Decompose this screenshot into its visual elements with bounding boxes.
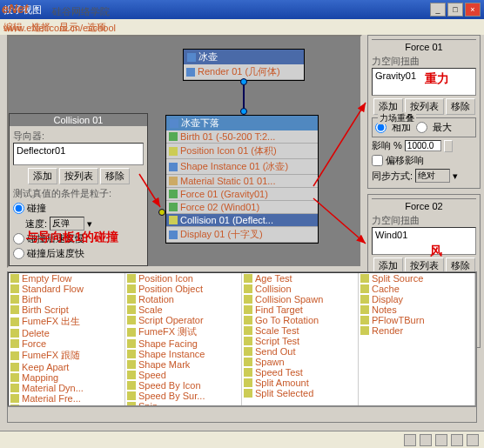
depot-item[interactable]: Mapping <box>9 372 124 383</box>
depot-item[interactable]: Delete <box>9 328 124 338</box>
event-node[interactable]: 冰壶下落 Birth 01 (-50-200 T:2...Position Ic… <box>165 115 319 244</box>
depot-item[interactable]: Force <box>9 338 124 349</box>
f1-offset[interactable] <box>372 155 383 166</box>
depot-item[interactable]: Material Fre... <box>9 393 124 404</box>
event-node-header[interactable]: 冰壶下落 <box>166 116 318 130</box>
f1-sync[interactable]: 绝对 <box>415 169 450 183</box>
depot-item[interactable]: Empty Flow <box>9 273 124 284</box>
depot-item[interactable]: Position Object <box>125 284 241 294</box>
depot-item[interactable]: Scale <box>125 304 241 315</box>
event-row[interactable]: Collision 01 (Deflect... <box>166 214 318 227</box>
depot-item[interactable]: Find Target <box>242 304 358 315</box>
region-icon[interactable] <box>467 434 479 446</box>
depot-item[interactable]: FumeFX 跟随 <box>9 349 124 362</box>
opt-slow[interactable] <box>13 233 24 244</box>
zoom-icon[interactable] <box>420 434 432 446</box>
minimize-button[interactable]: _ <box>430 3 446 17</box>
depot-item[interactable]: Shape Facing <box>125 338 241 349</box>
f1-max-radio[interactable] <box>416 122 427 133</box>
depot-item[interactable]: Position Icon <box>125 273 241 284</box>
depot-item[interactable]: Split Source <box>359 273 474 284</box>
depot-item[interactable]: Spawn <box>242 357 358 367</box>
event-row[interactable]: Shape Instance 01 (冰壶) <box>166 159 318 175</box>
depot-item[interactable]: Age Test <box>242 273 358 284</box>
depot-item[interactable]: Speed By Icon <box>125 380 241 391</box>
bylist-button[interactable]: 按列表 <box>59 168 98 184</box>
depot-icon <box>244 295 252 304</box>
depot-item[interactable]: Split Selected <box>242 388 358 398</box>
annotation-gravity: 重力 <box>425 71 449 87</box>
event-row[interactable]: Display 01 (十字叉) <box>166 227 318 243</box>
add-button[interactable]: 添加 <box>28 168 57 184</box>
depot-item[interactable]: Spin <box>125 401 241 405</box>
depot-icon <box>10 274 19 283</box>
event-row[interactable]: Position Icon 01 (体积) <box>166 144 318 159</box>
depot-item[interactable]: Script Operator <box>125 315 241 325</box>
link-out[interactable] <box>240 78 247 85</box>
speed-dropdown[interactable]: 反弹 <box>50 217 84 231</box>
depot-item[interactable]: Shape Instance <box>125 349 241 359</box>
zoom-extents-icon[interactable] <box>435 434 447 446</box>
depot-item[interactable]: Collision Spawn <box>242 294 358 304</box>
opt-collide[interactable] <box>13 203 24 214</box>
depot-item[interactable]: Keep Apart <box>9 362 124 372</box>
depot-icon <box>244 305 252 314</box>
depot-item[interactable]: Material Static <box>9 404 124 405</box>
depot-item[interactable]: Birth <box>9 294 124 304</box>
depot-item[interactable]: Notes <box>359 304 474 315</box>
render-node-header[interactable]: 冰壶 <box>184 50 304 64</box>
depot-item[interactable]: FumeFX 测试 <box>125 325 241 338</box>
pan-icon[interactable] <box>451 434 463 446</box>
maximize-button[interactable]: □ <box>447 3 463 17</box>
force01-title[interactable]: Force 01 <box>372 42 476 52</box>
depot-item[interactable]: Render <box>359 325 474 336</box>
render-node[interactable]: 冰壶 Render 01 (几何体) <box>183 49 305 81</box>
depot-item[interactable]: Script Test <box>242 336 358 346</box>
depot-item[interactable]: Speed By Sur... <box>125 391 241 401</box>
chevron-down-icon[interactable]: ▾ <box>453 171 458 182</box>
depot-item[interactable]: FumeFX 出生 <box>9 315 124 328</box>
f1-remove[interactable]: 移除 <box>446 98 475 115</box>
close-button[interactable]: × <box>465 3 481 17</box>
event-row[interactable]: Force 02 (Wind01) <box>166 201 318 214</box>
op-icon <box>169 132 178 141</box>
depot-icon <box>10 351 19 360</box>
depot-icon <box>360 316 369 324</box>
depot-item[interactable]: Speed <box>125 370 241 380</box>
depot-item[interactable]: Material Dyn... <box>9 383 124 393</box>
spinner-icon[interactable] <box>444 140 453 152</box>
event-row[interactable]: Birth 01 (-50-200 T:2... <box>166 130 318 144</box>
depot-item[interactable]: Collision <box>242 284 358 294</box>
depot-scrollbar[interactable] <box>8 406 476 420</box>
depot-item[interactable]: Rotation <box>125 294 241 304</box>
event-row[interactable]: Force 01 (Gravity01) <box>166 188 318 201</box>
depot-item[interactable]: Cache <box>359 284 474 294</box>
depot-item[interactable]: Speed Test <box>242 367 358 378</box>
f1-influence[interactable] <box>405 140 441 151</box>
force01-list[interactable]: Gravity01 <box>372 68 476 96</box>
depot-item[interactable]: Send Out <box>242 346 358 357</box>
depot-item[interactable]: Shape Mark <box>125 359 241 370</box>
depot-item[interactable]: Birth Script <box>9 304 124 315</box>
force02-list[interactable]: Wind01 <box>372 227 476 255</box>
remove-button[interactable]: 移除 <box>100 168 130 184</box>
force02-title[interactable]: Force 02 <box>372 201 476 211</box>
depot-icon <box>10 284 19 293</box>
deflector-list[interactable]: Deflector01 <box>13 143 144 165</box>
depot-item[interactable]: PFlowTBurn <box>359 315 474 325</box>
node-icon <box>170 119 178 128</box>
event-row[interactable]: Material Static 01 01... <box>166 175 318 188</box>
depot-icon <box>127 295 136 304</box>
hand-icon[interactable] <box>404 434 416 446</box>
link-in[interactable] <box>240 108 247 115</box>
depot-item[interactable]: Standard Flow <box>9 284 124 294</box>
depot-item[interactable]: Scale Test <box>242 325 358 336</box>
depot-item[interactable]: Display <box>359 294 474 304</box>
collision-out[interactable] <box>158 209 165 216</box>
opt-fast[interactable] <box>13 248 24 259</box>
depot-item[interactable]: Go To Rotation <box>242 315 358 325</box>
depot-item[interactable]: Split Amount <box>242 378 358 388</box>
chevron-down-icon[interactable]: ▾ <box>87 218 92 230</box>
depot-icon <box>10 295 19 304</box>
depot-icon <box>10 405 19 405</box>
